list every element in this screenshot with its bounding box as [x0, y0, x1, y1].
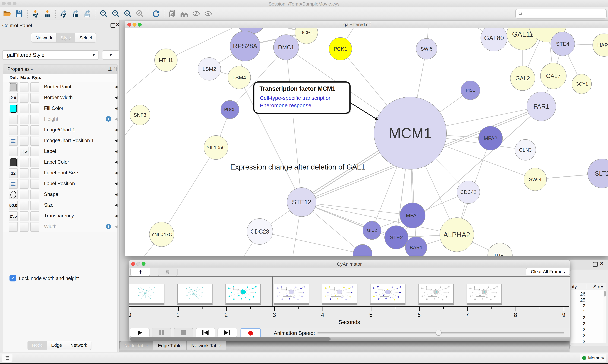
node-GIC2[interactable]: GIC2: [363, 221, 381, 240]
add-frame-button[interactable]: +: [130, 268, 150, 276]
style-options-button[interactable]: ▾: [102, 50, 119, 60]
tab-node-table[interactable]: Node Table: [120, 341, 153, 350]
edge-DMC1-STE12[interactable]: [286, 47, 302, 202]
expand-property-icon[interactable]: ◀: [115, 203, 118, 207]
bypass-cell[interactable]: [30, 201, 39, 210]
record-button[interactable]: [240, 328, 261, 338]
collapse-all-icon[interactable]: ⇈: [113, 66, 118, 72]
tab-node[interactable]: Node: [28, 341, 47, 350]
default-value-cell[interactable]: [9, 104, 18, 113]
default-value-cell[interactable]: [9, 115, 18, 124]
bypass-cell[interactable]: [30, 147, 39, 156]
node-RPS28A[interactable]: RPS28A: [230, 31, 260, 61]
default-value-cell[interactable]: 255: [9, 211, 18, 221]
default-value-cell[interactable]: [9, 179, 18, 189]
node-PCK1[interactable]: PCK1: [329, 38, 352, 60]
mapping-cell[interactable]: [20, 104, 28, 113]
edge-CDC28-NODE_B[interactable]: [260, 232, 363, 254]
expand-property-icon[interactable]: ◀: [115, 170, 118, 175]
zoom-in-button[interactable]: [99, 9, 109, 18]
skip-to-start-button[interactable]: [196, 328, 215, 337]
annotation-link[interactable]: Cell-type-specific transcription: [260, 95, 332, 101]
close-panel-icon[interactable]: ×: [600, 261, 604, 266]
node-GAL7[interactable]: GAL7: [540, 63, 566, 89]
float-panel-icon[interactable]: [593, 262, 598, 267]
zoom-window-light[interactable]: [138, 23, 142, 26]
node-YNL047C[interactable]: YNL047C: [149, 222, 174, 247]
expand-property-icon[interactable]: ◀: [115, 95, 118, 100]
table-cell[interactable]: 2: [571, 333, 585, 338]
node-table[interactable]: ity Stres 26252122222: [571, 283, 606, 343]
network-canvas[interactable]: RPS28BDCP1RPS28ADMC1PCK1SWI5GAL80GAL11ST…: [125, 28, 608, 256]
mapping-cell[interactable]: ⋮>: [20, 147, 28, 156]
node-LSM4[interactable]: LSM4: [228, 66, 251, 89]
node-GAL2[interactable]: GAL2: [510, 66, 535, 91]
info-icon[interactable]: i: [106, 224, 111, 229]
node-SWI5[interactable]: SWI5: [416, 39, 437, 59]
minimize-window-light[interactable]: [133, 23, 137, 26]
expand-property-icon[interactable]: ◀: [115, 160, 118, 164]
float-panel-icon[interactable]: [111, 23, 115, 28]
mapping-cell[interactable]: [20, 115, 28, 124]
bypass-cell[interactable]: [30, 82, 39, 92]
tab-select[interactable]: Select: [75, 33, 96, 42]
node-MCM1[interactable]: MCM1: [374, 97, 446, 169]
bypass-cell[interactable]: [30, 104, 39, 113]
frame-thumbnail-2[interactable]: [225, 284, 261, 305]
annotation-link[interactable]: Pheromone response: [260, 102, 311, 108]
mapping-cell[interactable]: [20, 158, 28, 167]
node-FAR1[interactable]: FAR1: [527, 92, 556, 121]
animation-speed-slider-thumb[interactable]: [436, 330, 442, 336]
annotation-caption[interactable]: Expression change after deletion of GAL1: [220, 163, 375, 171]
frame-thumbnail-1[interactable]: [177, 284, 212, 305]
default-value-cell[interactable]: 12: [9, 169, 18, 178]
timeline-scrollbar-thumb[interactable]: [129, 338, 331, 341]
lock-size-checkbox[interactable]: ✓: [10, 275, 16, 281]
stop-button[interactable]: [174, 328, 193, 337]
default-value-cell[interactable]: [9, 158, 18, 167]
table-scrollbar-thumb[interactable]: [604, 291, 606, 297]
table-cell[interactable]: 1: [571, 309, 585, 314]
save-session-button[interactable]: [14, 9, 24, 18]
node-GAL80[interactable]: GAL80: [481, 28, 507, 51]
default-value-cell[interactable]: [9, 125, 18, 135]
zoom-fit-button[interactable]: [123, 9, 133, 18]
default-value-cell[interactable]: 50.0: [9, 201, 18, 210]
node-HAP2[interactable]: HAP2: [593, 34, 608, 56]
tab-edge[interactable]: Edge: [47, 341, 66, 350]
table-cell[interactable]: 2: [571, 315, 585, 320]
default-value-cell[interactable]: [9, 136, 18, 146]
bypass-cell[interactable]: [30, 179, 39, 189]
bypass-cell[interactable]: [30, 169, 39, 178]
expand-property-icon[interactable]: ◀: [115, 138, 118, 143]
style-selector[interactable]: galFiltered Style ▾: [2, 50, 98, 60]
bypass-cell[interactable]: [30, 115, 39, 124]
edge-STE12-STE2[interactable]: [302, 202, 396, 237]
column-header[interactable]: ity: [572, 284, 577, 289]
table-cell[interactable]: 2: [571, 339, 585, 344]
default-value-cell[interactable]: [9, 82, 18, 92]
mapping-cell[interactable]: [20, 125, 28, 135]
column-divider[interactable]: [587, 284, 587, 289]
bypass-cell[interactable]: [30, 158, 39, 167]
bypass-cell[interactable]: [30, 211, 39, 221]
expand-property-icon[interactable]: ◀: [115, 213, 118, 218]
chevron-down-icon[interactable]: ▾: [31, 68, 33, 72]
node-CDC28[interactable]: CDC28: [247, 219, 273, 245]
node-NODE_B[interactable]: [353, 245, 372, 256]
expand-all-icon[interactable]: ⇊: [108, 66, 112, 72]
timeline-playhead[interactable]: [273, 277, 273, 306]
frame-thumbnail-0[interactable]: [129, 284, 164, 305]
table-cell[interactable]: 2: [571, 303, 585, 309]
node-DCP1[interactable]: DCP1: [295, 28, 318, 44]
import-table-button[interactable]: [42, 9, 52, 18]
default-value-cell[interactable]: [9, 190, 18, 199]
bypass-cell[interactable]: [30, 136, 39, 146]
export-image-button[interactable]: [83, 9, 93, 18]
node-CLN3[interactable]: CLN3: [515, 140, 536, 160]
node-ALPHA2[interactable]: ALPHA2: [440, 218, 474, 252]
close-window-light[interactable]: [127, 23, 131, 26]
node-LSM2[interactable]: LSM2: [198, 58, 221, 80]
node-TUP1[interactable]: TUP1: [488, 243, 512, 256]
node-CDC42[interactable]: CDC42: [457, 181, 480, 204]
